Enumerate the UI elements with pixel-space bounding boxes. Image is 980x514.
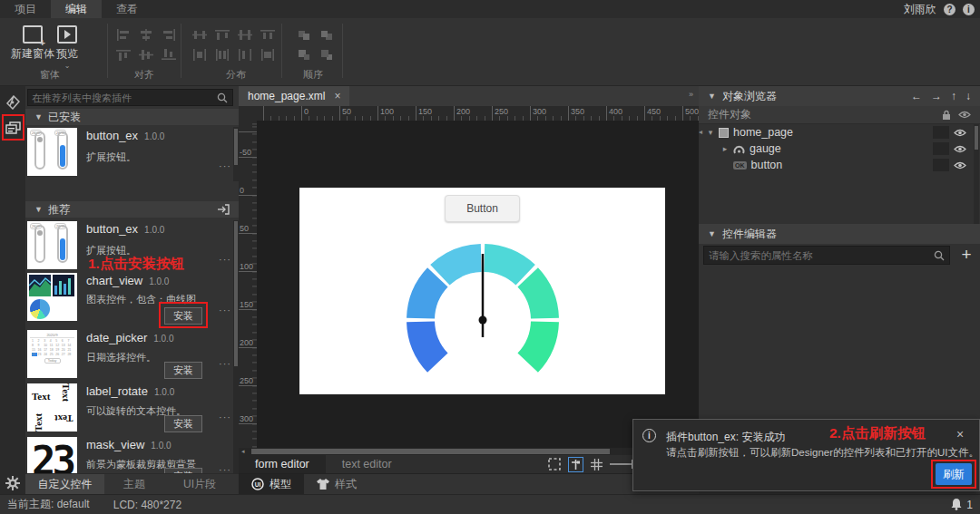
menu-view[interactable]: 查看	[102, 0, 152, 18]
notification-body: 请点击刷新按钮，可以刷新Designer的控件列表和已打开的UI文件。	[666, 446, 979, 460]
lcd-canvas[interactable]: Button	[299, 188, 665, 394]
distribute-h2-icon[interactable]	[215, 29, 230, 41]
distribute-v1-icon[interactable]	[192, 49, 207, 61]
nav-down-icon[interactable]: ↓	[965, 90, 971, 102]
property-search-input[interactable]	[704, 250, 933, 261]
expand-collapse-icon[interactable]: ▾	[704, 128, 717, 137]
new-form-button[interactable]: 新建窗体	[11, 25, 54, 62]
search-icon[interactable]	[933, 249, 946, 262]
canvas-gauge-widget[interactable]	[299, 188, 665, 394]
plugin-item-date-picker[interactable]: 2020/9 1234567 891011121314 151617181920…	[25, 329, 233, 383]
import-plugin-icon[interactable]	[218, 204, 230, 215]
more-menu-button[interactable]: ···	[219, 412, 231, 422]
visibility-eye-icon[interactable]	[954, 161, 966, 170]
visibility-eye-icon[interactable]	[954, 129, 966, 137]
object-browser-header[interactable]: ▼ 对象浏览器 ← → ↑ ↓	[699, 86, 980, 106]
align-right-icon[interactable]	[162, 29, 176, 41]
search-icon[interactable]	[216, 92, 229, 104]
widget-editor-header[interactable]: ▼ 控件编辑器	[699, 224, 980, 244]
nav-back-icon[interactable]: ←	[911, 90, 922, 102]
menu-project[interactable]: 项目	[0, 0, 51, 18]
distribute-v2-icon[interactable]	[215, 49, 230, 61]
grid-icon[interactable]	[591, 459, 603, 470]
nav-forward-icon[interactable]: →	[931, 90, 942, 102]
scroll-left-icon[interactable]: ◂	[241, 448, 245, 455]
order-icons-row1	[297, 29, 334, 41]
horizontal-scrollbar[interactable]: ◂	[239, 448, 681, 455]
more-menu-button[interactable]: ···	[219, 160, 231, 171]
plugin-search-input[interactable]	[28, 92, 216, 103]
help-icon[interactable]: ?	[944, 4, 956, 15]
menu-edit[interactable]: 编辑	[51, 0, 102, 18]
plugin-thumbnail: 23	[27, 437, 77, 473]
visibility-eye-icon[interactable]	[954, 145, 966, 153]
distribute-v3-icon[interactable]	[238, 49, 252, 61]
bell-icon[interactable]	[951, 499, 962, 510]
scrollbar-thumb[interactable]	[251, 449, 610, 454]
nav-up-icon[interactable]: ↑	[951, 90, 956, 102]
ruler-h-label: 300	[533, 107, 546, 116]
collapse-triangle-icon: ▼	[708, 229, 716, 238]
tab-overflow-icon[interactable]: »	[689, 86, 699, 106]
ruler-h-label: 250	[495, 107, 508, 116]
align-bottom-icon[interactable]	[162, 49, 176, 61]
bring-forward-icon[interactable]	[297, 29, 311, 41]
menubar: 项目 编辑 查看 刘雨欣 ? i	[0, 0, 980, 18]
distribute-h4-icon[interactable]	[260, 29, 275, 41]
plugin-item-label-rotate[interactable]: Text Text Text Text label_rotate1.0.0 可以…	[25, 383, 233, 437]
tree-node-home-page[interactable]: ▾ home_page	[699, 124, 971, 141]
more-menu-button[interactable]: ···	[219, 305, 231, 315]
tab-theme[interactable]: 主题	[104, 474, 164, 494]
align-top-icon[interactable]	[116, 49, 131, 61]
plugin-item-installed-button-ex[interactable]: 26°C 26°C button_ex1.0.0 扩展按钮。 ···	[25, 127, 233, 179]
plugin-item-mask-view[interactable]: 23 mask_view1.0.0 前景为蒙板裁剪裁剪背景 安装 ···	[25, 436, 233, 473]
install-button-date-picker[interactable]: 安装	[164, 362, 202, 379]
ruler-h-label: 450	[647, 107, 661, 116]
distribute-h3-icon[interactable]	[238, 29, 252, 41]
install-button-label-rotate[interactable]: 安装	[164, 415, 202, 432]
plugin-thumbnail: Text Text Text Text	[27, 383, 77, 432]
send-back-icon[interactable]	[319, 49, 334, 61]
canvas-viewport[interactable]: Button	[257, 121, 699, 448]
align-left-icon[interactable]	[116, 29, 131, 41]
tab-style[interactable]: 样式	[304, 474, 369, 494]
more-menu-button[interactable]: ···	[219, 254, 231, 265]
more-menu-button[interactable]: ···	[219, 464, 231, 473]
add-property-button[interactable]: +	[956, 244, 976, 266]
expand-collapse-icon[interactable]: ▸	[719, 144, 731, 153]
close-icon[interactable]: ×	[956, 427, 964, 441]
ruler-v-label: -50	[240, 148, 251, 157]
info-icon[interactable]: i	[963, 4, 975, 15]
tree-node-button[interactable]: OK button	[699, 157, 971, 173]
align-vcenter-icon[interactable]	[139, 49, 153, 61]
recommended-section-header[interactable]: ▼ 推荐	[25, 201, 239, 218]
tab-text-editor[interactable]: text editor	[326, 455, 408, 473]
bring-front-icon[interactable]	[297, 49, 311, 61]
tab-model[interactable]: UI 模型	[239, 474, 304, 494]
selection-bounds-icon[interactable]	[548, 458, 561, 470]
plugin-thumbnail: 26°C 26°C	[27, 128, 77, 176]
close-icon[interactable]: ×	[334, 90, 340, 102]
ruler-h-label: 400	[609, 107, 622, 116]
distribute-h1-icon[interactable]	[192, 29, 207, 41]
snap-toggle-icon[interactable]	[568, 457, 583, 472]
preview-button[interactable]: 预览 ⌄	[56, 25, 78, 68]
tab-home-page-xml[interactable]: home_page.xml ×	[239, 86, 349, 106]
tab-ui-fragment[interactable]: UI片段	[164, 474, 235, 494]
group-align-label: 对齐	[134, 68, 154, 82]
eye-icon	[958, 111, 971, 119]
installed-section-header[interactable]: ▼ 已安装	[25, 109, 239, 125]
tab-form-editor[interactable]: form editor	[239, 455, 326, 473]
settings-gear-icon[interactable]	[4, 474, 22, 492]
tab-custom-widgets[interactable]: 自定义控件	[25, 474, 104, 494]
more-menu-button[interactable]: ···	[219, 358, 231, 369]
tree-node-gauge[interactable]: ▸ gauge	[699, 141, 971, 157]
design-pen-icon[interactable]	[4, 93, 22, 112]
align-hcenter-icon[interactable]	[139, 29, 153, 41]
plugin-item-chart-view[interactable]: chart_view1.0.0 图表控件，包含：曲线图 安装 ···	[25, 272, 233, 328]
object-browser-scrollbar[interactable]	[974, 124, 979, 224]
collapse-triangle-icon: ▼	[34, 205, 43, 214]
distribute-v4-icon[interactable]	[260, 49, 275, 61]
plugin-search	[27, 89, 233, 106]
send-backward-icon[interactable]	[319, 29, 334, 41]
